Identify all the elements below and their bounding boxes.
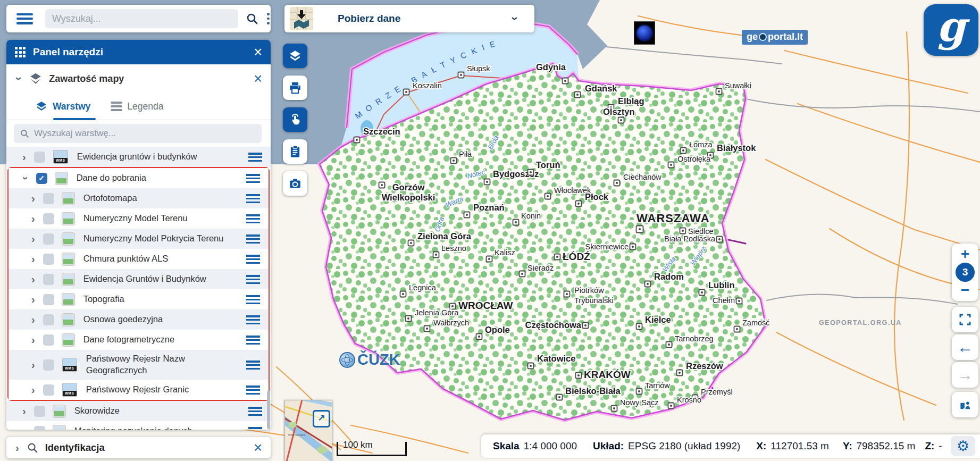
- minimap-expand-icon[interactable]: ↗: [313, 410, 330, 428]
- svg-text:Bielsko-Biała: Bielsko-Biała: [565, 386, 621, 396]
- chevron-down-icon[interactable]: ›: [507, 16, 521, 20]
- layer-checkbox[interactable]: [43, 314, 54, 325]
- layer-menu-icon[interactable]: [246, 214, 260, 223]
- layer-menu-icon[interactable]: [248, 407, 262, 416]
- layer-menu-icon[interactable]: [246, 295, 260, 304]
- layer-row[interactable]: ›Osnowa goedezyjna: [9, 309, 269, 330]
- chevron-right-icon[interactable]: ›: [31, 233, 35, 244]
- people-icon: [958, 398, 972, 412]
- more-options-icon[interactable]: [267, 13, 270, 24]
- chevron-right-icon[interactable]: ›: [31, 314, 35, 325]
- zoom-in-button[interactable]: +: [961, 247, 969, 262]
- toolbar-touch-button[interactable]: [283, 107, 307, 132]
- chevron-right-icon[interactable]: ›: [31, 213, 35, 224]
- panel-scrollbar[interactable]: [267, 391, 270, 429]
- svg-text:Konin: Konin: [521, 212, 541, 220]
- chevron-right-icon[interactable]: ›: [22, 426, 26, 430]
- layer-row[interactable]: ›WMSEwidencja gruntów i budynków: [6, 147, 271, 167]
- chevron-right-icon[interactable]: ›: [31, 334, 35, 345]
- chevron-right-icon[interactable]: ›: [31, 193, 35, 204]
- logo-g-glyph: g: [936, 6, 966, 47]
- layer-menu-icon[interactable]: [246, 385, 260, 395]
- overview-minimap[interactable]: WARSZAWA ↗: [284, 400, 332, 461]
- layer-checkbox[interactable]: [34, 426, 45, 430]
- layer-menu-icon[interactable]: [246, 255, 260, 264]
- svg-text:Ostrołęka: Ostrołęka: [677, 155, 711, 163]
- next-view-button[interactable]: →: [952, 362, 978, 388]
- layer-tree: ›WMSEwidencja gruntów i budynków›✓Dane d…: [6, 147, 271, 430]
- geoportal-logo[interactable]: g: [924, 4, 978, 56]
- chevron-right-icon[interactable]: ›: [31, 274, 35, 284]
- svg-text:Krosno: Krosno: [677, 396, 701, 404]
- previous-view-button[interactable]: ←: [952, 334, 978, 360]
- layer-checkbox[interactable]: [43, 254, 54, 265]
- layer-menu-icon[interactable]: [246, 275, 260, 284]
- layer-label: Numeryczny Model Terenu: [83, 213, 188, 224]
- main-menu-icon[interactable]: [16, 13, 33, 24]
- settings-gear-icon[interactable]: ⚙: [951, 436, 975, 456]
- layer-checkbox[interactable]: [43, 294, 54, 305]
- layer-menu-icon[interactable]: [246, 174, 260, 183]
- arrow-right-icon: →: [957, 366, 973, 384]
- chevron-right-icon[interactable]: ›: [31, 359, 35, 370]
- toolbar-clipboard-button[interactable]: [283, 139, 307, 164]
- layer-checkbox[interactable]: [43, 213, 54, 224]
- chevron-right-icon[interactable]: ›: [22, 152, 26, 162]
- layer-label: Osnowa goedezyjna: [83, 314, 163, 325]
- search-icon[interactable]: [246, 12, 258, 25]
- tab-warstwy[interactable]: Warstwy: [35, 100, 90, 113]
- layer-row[interactable]: ›WMSPaństwowy Rejestr Granic: [9, 380, 269, 400]
- layer-checkbox[interactable]: [43, 233, 54, 245]
- toolbar-screenshot-button[interactable]: [283, 171, 307, 196]
- layer-checkbox[interactable]: ✓: [36, 173, 47, 184]
- layer-row[interactable]: ›WMSPaństwowy Rejestr Nazw Geograficznyc…: [9, 350, 269, 380]
- layer-checkbox[interactable]: [43, 384, 54, 396]
- layer-row[interactable]: ›Numeryczny Model Terenu: [9, 208, 269, 229]
- download-data-bar[interactable]: Pobierz dane ›: [284, 5, 534, 32]
- layer-menu-icon[interactable]: [246, 194, 260, 203]
- layer-menu-icon[interactable]: [246, 315, 260, 324]
- layer-checkbox[interactable]: [43, 334, 54, 346]
- layer-checkbox[interactable]: [43, 193, 54, 204]
- layer-row[interactable]: ›Ewidencja Gruntów i Budynków: [9, 269, 269, 289]
- crs-readout: Układ:EPSG 2180 (układ 1992): [593, 440, 740, 452]
- map-status-bar: Skala1:4 000 000 Układ:EPSG 2180 (układ …: [481, 434, 980, 458]
- layer-row[interactable]: ›Chmura punktów ALS: [9, 249, 269, 269]
- layer-menu-icon[interactable]: [248, 153, 262, 162]
- chevron-right-icon[interactable]: ›: [15, 442, 19, 453]
- layer-row[interactable]: ›Topografia: [9, 289, 269, 309]
- layer-search-input[interactable]: Wyszukaj warstwę...: [14, 124, 262, 143]
- panel-close-icon[interactable]: ×: [254, 45, 262, 60]
- identify-close-icon[interactable]: ×: [254, 441, 262, 455]
- layer-checkbox[interactable]: [34, 152, 45, 163]
- layer-menu-icon[interactable]: [246, 361, 260, 370]
- zoom-out-button[interactable]: −: [961, 283, 969, 298]
- layer-row[interactable]: ›Ortofotomapa: [9, 188, 269, 208]
- layer-row[interactable]: ›Monitoring pozyskania danych: [6, 421, 271, 430]
- layer-row[interactable]: ›Dane fotogrametryczne: [9, 330, 269, 350]
- toolbar-print-button[interactable]: [283, 76, 307, 100]
- chevron-down-icon[interactable]: ›: [21, 177, 31, 180]
- toolbar-layers-button[interactable]: [283, 44, 307, 68]
- wms-layer-icon: WMS: [53, 150, 68, 164]
- layer-menu-icon[interactable]: [246, 234, 260, 244]
- layer-checkbox[interactable]: [43, 274, 54, 285]
- layer-row[interactable]: ›✓Dane do pobrania: [9, 168, 269, 188]
- chevron-right-icon[interactable]: ›: [22, 406, 26, 416]
- layer-row[interactable]: ›Skorowidze: [6, 401, 271, 421]
- fullscreen-button[interactable]: [952, 307, 978, 332]
- tab-legenda[interactable]: Legenda: [111, 101, 163, 112]
- layer-checkbox[interactable]: [34, 406, 45, 417]
- chevron-right-icon[interactable]: ›: [31, 254, 35, 264]
- chevron-down-icon[interactable]: ›: [13, 77, 24, 80]
- apps-grid-icon[interactable]: [15, 47, 26, 57]
- feedback-button[interactable]: [952, 392, 978, 417]
- search-input[interactable]: Wyszukaj...: [45, 9, 238, 28]
- section-close-icon[interactable]: ×: [254, 72, 262, 86]
- layer-menu-icon[interactable]: [246, 336, 260, 345]
- layer-checkbox[interactable]: [43, 359, 54, 371]
- layer-row[interactable]: ›Numeryczny Model Pokrycia Terenu: [9, 229, 269, 249]
- chevron-right-icon[interactable]: ›: [31, 294, 35, 305]
- chevron-right-icon[interactable]: ›: [31, 384, 35, 395]
- layer-menu-icon[interactable]: [248, 427, 262, 430]
